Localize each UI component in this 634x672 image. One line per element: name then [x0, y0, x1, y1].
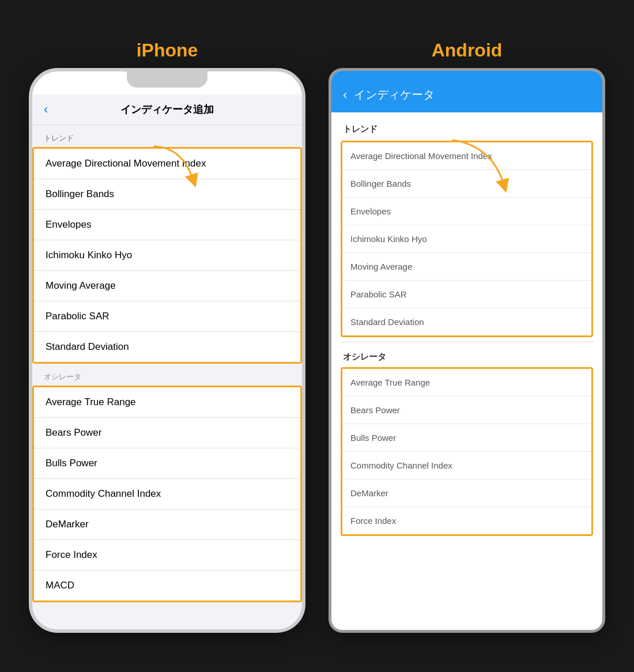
android-header-bar: ‹ インディケータ	[331, 71, 602, 112]
list-item[interactable]: DeMarker	[342, 480, 591, 507]
list-item[interactable]: Average Directional Movement Index	[34, 149, 300, 179]
list-item[interactable]: Ichimoku Kinko Hyo	[34, 240, 300, 271]
android-back-icon[interactable]: ‹	[343, 88, 347, 103]
list-item[interactable]: Bollinger Bands	[342, 170, 591, 198]
list-item[interactable]: Force Index	[34, 540, 300, 571]
list-item[interactable]: Standard Deviation	[342, 308, 591, 335]
list-item[interactable]: Bears Power	[342, 397, 591, 424]
android-trend-header: トレンド	[341, 112, 593, 141]
iphone-trend-header: トレンド	[32, 125, 302, 147]
list-item[interactable]: Commodity Channel Index	[342, 452, 591, 480]
list-item[interactable]: Bears Power	[34, 418, 300, 448]
list-item[interactable]: Parabolic SAR	[342, 281, 591, 308]
iphone-nav-bar: ‹ インディケータ追加	[32, 95, 302, 125]
list-item[interactable]: MACD	[34, 571, 300, 601]
android-frame: ‹ インディケータ トレンド Average Directional Movem…	[329, 68, 605, 633]
list-item[interactable]: Parabolic SAR	[34, 301, 300, 332]
iphone-content: ‹ インディケータ追加 トレンド Average Directional Mov…	[32, 71, 302, 629]
android-oscillator-list: Average True Range Bears Power Bulls Pow…	[341, 367, 593, 536]
iphone-frame: ‹ インディケータ追加 トレンド Average Directional Mov…	[29, 68, 305, 633]
list-item[interactable]: Bollinger Bands	[34, 179, 300, 210]
android-trend-list: Average Directional Movement Index Bolli…	[341, 141, 593, 337]
list-item[interactable]: Bulls Power	[342, 424, 591, 452]
list-item[interactable]: Moving Average	[342, 253, 591, 281]
list-item[interactable]: Envelopes	[34, 210, 300, 240]
list-item[interactable]: Average True Range	[34, 387, 300, 418]
list-item[interactable]: Force Index	[342, 507, 591, 534]
list-item[interactable]: Average Directional Movement Index	[342, 142, 591, 170]
iphone-oscillator-header: オシレータ	[32, 364, 302, 386]
iphone-label: iPhone	[137, 40, 198, 61]
iphone-notch	[127, 71, 207, 88]
list-item[interactable]: Moving Average	[34, 271, 300, 301]
list-item[interactable]: Commodity Channel Index	[34, 479, 300, 509]
iphone-oscillator-list: Average True Range Bears Power Bulls Pow…	[32, 386, 302, 602]
iphone-nav-title: インディケータ追加	[120, 103, 214, 116]
list-item[interactable]: Standard Deviation	[34, 332, 300, 362]
android-oscillator-header: オシレータ	[341, 342, 593, 367]
list-item[interactable]: Envelopes	[342, 198, 591, 225]
iphone-back-button[interactable]: ‹	[44, 102, 48, 117]
list-item[interactable]: DeMarker	[34, 509, 300, 540]
android-section: Android ‹ インディケータ トレンド Average Direction…	[329, 40, 605, 633]
android-label: Android	[432, 40, 503, 61]
list-item[interactable]: Ichimoku Kinko Hyo	[342, 225, 591, 253]
android-list-container[interactable]: トレンド Average Directional Movement Index …	[331, 112, 602, 630]
android-content: ‹ インディケータ トレンド Average Directional Movem…	[331, 71, 602, 630]
list-item[interactable]: Average True Range	[342, 369, 591, 397]
iphone-trend-list: Average Directional Movement Index Bolli…	[32, 147, 302, 364]
android-header-title: インディケータ	[354, 87, 435, 103]
list-item[interactable]: Bulls Power	[34, 448, 300, 479]
iphone-list-container[interactable]: トレンド Average Directional Movement Index …	[32, 125, 302, 629]
iphone-section: iPhone ‹ インディケータ追加 トレンド Average Directio…	[29, 40, 305, 633]
